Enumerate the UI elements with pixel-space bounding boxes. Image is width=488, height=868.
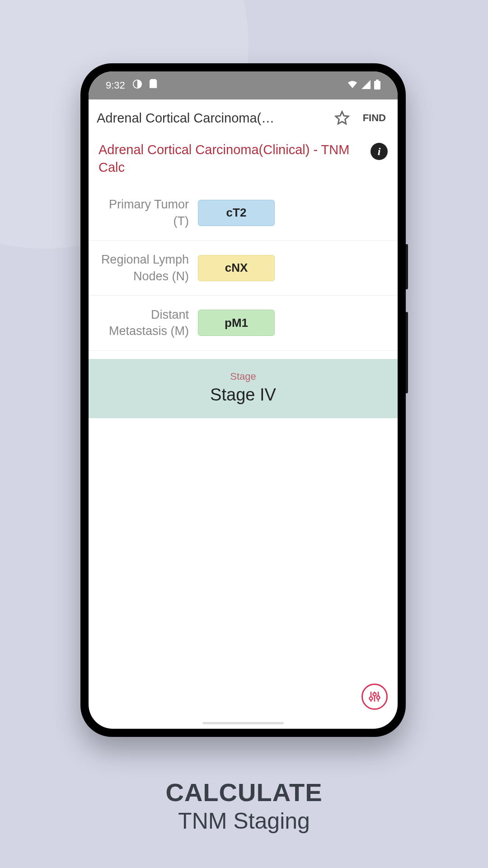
param-row-t: Primary Tumor (T) cT2 — [89, 185, 398, 241]
param-label-m: Distant Metastasis (M) — [99, 307, 189, 340]
status-time: 9:32 — [106, 80, 125, 91]
svg-rect-2 — [376, 80, 379, 81]
find-button[interactable]: FIND — [359, 112, 389, 124]
favorite-button[interactable] — [333, 109, 351, 127]
status-app-icon — [132, 79, 142, 92]
param-value-t[interactable]: cT2 — [198, 200, 275, 226]
info-icon: i — [378, 146, 381, 158]
sliders-icon — [368, 690, 381, 703]
sd-card-icon — [150, 79, 158, 92]
settings-fab[interactable] — [361, 684, 388, 710]
phone-frame: 9:32 Adrenal Cort — [80, 63, 406, 737]
phone-screen: 9:32 Adrenal Cort — [89, 71, 398, 729]
param-row-m: Distant Metastasis (M) pM1 — [89, 296, 398, 351]
app-bar: Adrenal Cortical Carcinoma(… FIND — [89, 99, 398, 137]
param-row-n: Regional Lymph Nodes (N) cNX — [89, 241, 398, 296]
svg-point-7 — [373, 693, 376, 696]
param-value-n[interactable]: cNX — [198, 255, 275, 281]
svg-point-8 — [377, 696, 380, 699]
wifi-icon — [347, 80, 358, 91]
info-button[interactable]: i — [371, 143, 388, 160]
page-title: Adrenal Cortical Carcinoma(… — [97, 111, 325, 126]
marketing-caption: CALCULATE TNM Staging — [0, 778, 488, 834]
status-bar: 9:32 — [89, 71, 398, 99]
param-value-m[interactable]: pM1 — [198, 310, 275, 336]
param-label-n: Regional Lymph Nodes (N) — [99, 251, 189, 284]
phone-side-button — [406, 244, 408, 289]
battery-icon — [374, 80, 380, 91]
result-label: Stage — [89, 371, 398, 382]
marketing-line-1: CALCULATE — [0, 778, 488, 807]
result-value: Stage IV — [89, 385, 398, 405]
subtitle-row: Adrenal Cortical Carcinoma(Clinical) - T… — [89, 137, 398, 185]
param-label-t: Primary Tumor (T) — [99, 196, 189, 229]
result-block: Stage Stage IV — [89, 359, 398, 418]
calc-title: Adrenal Cortical Carcinoma(Clinical) - T… — [99, 141, 363, 176]
svg-rect-1 — [374, 81, 380, 90]
signal-icon — [361, 80, 371, 91]
marketing-line-2: TNM Staging — [0, 808, 488, 834]
star-icon — [334, 110, 350, 126]
home-indicator[interactable] — [202, 722, 284, 724]
phone-side-button — [406, 312, 408, 393]
svg-point-6 — [370, 697, 373, 700]
